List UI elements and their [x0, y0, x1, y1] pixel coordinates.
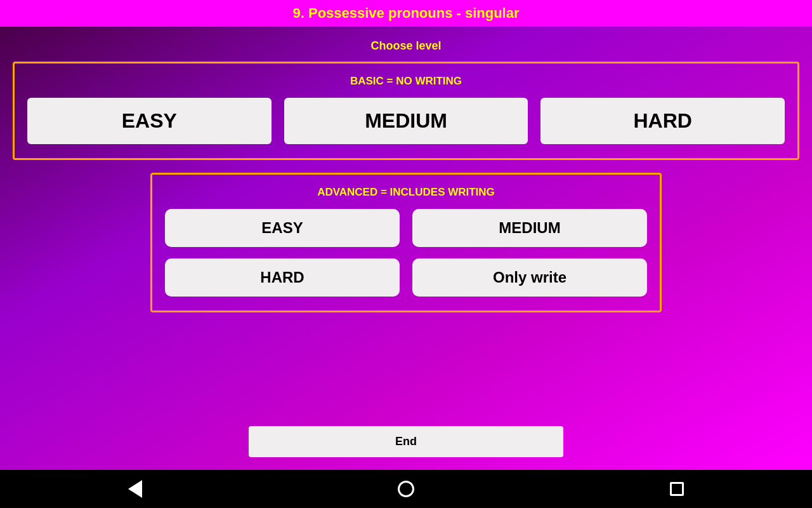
basic-easy-button[interactable]: EASY: [27, 98, 272, 144]
page-title: 9. Possessive pronouns - singular: [293, 5, 520, 21]
nav-bar: [0, 470, 812, 508]
back-button[interactable]: [128, 480, 142, 498]
basic-section-label: BASIC = NO WRITING: [27, 75, 785, 88]
end-button-wrap: End: [249, 426, 563, 457]
recents-icon: [670, 482, 684, 496]
advanced-hard-button[interactable]: HARD: [165, 258, 400, 297]
advanced-section-label: ADVANCED = INCLUDES WRITING: [165, 186, 647, 199]
advanced-buttons-row1: EASY MEDIUM: [165, 209, 647, 247]
basic-medium-button[interactable]: MEDIUM: [284, 98, 528, 144]
advanced-section: ADVANCED = INCLUDES WRITING EASY MEDIUM …: [150, 173, 662, 312]
home-icon: [398, 481, 414, 497]
header: 9. Possessive pronouns - singular: [0, 0, 812, 27]
basic-buttons-row: EASY MEDIUM HARD: [27, 98, 785, 144]
main-content: Choose level BASIC = NO WRITING EASY MED…: [0, 27, 812, 470]
advanced-easy-button[interactable]: EASY: [165, 209, 400, 247]
advanced-buttons-row2: HARD Only write: [165, 258, 647, 297]
basic-section: BASIC = NO WRITING EASY MEDIUM HARD: [13, 62, 799, 160]
home-button[interactable]: [398, 481, 414, 497]
advanced-medium-button[interactable]: MEDIUM: [412, 209, 647, 247]
end-button[interactable]: End: [249, 426, 563, 457]
recents-button[interactable]: [670, 482, 684, 496]
back-icon: [128, 480, 142, 498]
choose-level-label: Choose level: [370, 39, 441, 53]
advanced-only-write-button[interactable]: Only write: [412, 258, 647, 297]
basic-hard-button[interactable]: HARD: [540, 98, 785, 144]
